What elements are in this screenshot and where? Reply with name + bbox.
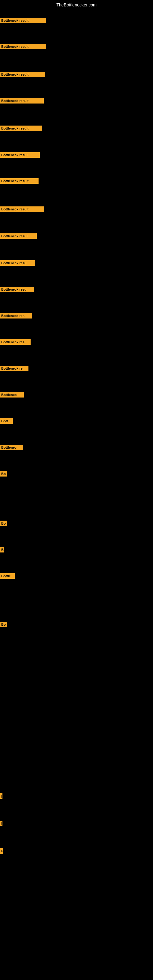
bottleneck-result-badge: Bottleneck result — [0, 72, 45, 77]
bottleneck-result-badge: Bottleneck result — [0, 98, 44, 103]
bottleneck-result-badge: Bottleneck result — [0, 126, 42, 131]
bottleneck-result-badge: | — [0, 793, 2, 799]
bottleneck-result-badge: Bottleneck result — [0, 44, 46, 49]
bottleneck-result-badge: B — [0, 547, 4, 552]
bottleneck-result-badge: Bottleneck resu — [0, 260, 35, 266]
bottleneck-result-badge: Bottleneck res — [0, 339, 30, 345]
bottleneck-result-badge: Bottlenec — [0, 392, 24, 398]
site-title: TheBottlenecker.com — [0, 2, 153, 7]
bottleneck-result-badge: Bottleneck re — [0, 366, 29, 371]
bottleneck-result-badge: Bo — [0, 622, 7, 627]
bottleneck-result-badge: Bottleneck resu — [0, 286, 33, 292]
bottleneck-result-badge: | — [0, 821, 2, 826]
bottleneck-result-badge: Bo — [0, 471, 7, 477]
bottleneck-result-badge: Bottleneck result — [0, 178, 38, 184]
bottleneck-result-badge: Bottleneck resul — [0, 233, 37, 239]
bottleneck-result-badge: Bottleneck result — [0, 18, 46, 23]
bottleneck-result-badge: Bottle — [0, 573, 15, 579]
bottleneck-result-badge: Bottleneck result — [0, 207, 44, 212]
bottleneck-result-badge: Bottleneck res — [0, 313, 32, 318]
bottleneck-result-badge: Bo — [0, 520, 7, 526]
bottleneck-result-badge: E — [0, 848, 3, 854]
bottleneck-result-badge: Bottleneck resul — [0, 152, 40, 158]
bottleneck-result-badge: Bott — [0, 418, 13, 424]
bottleneck-result-badge: Bottlenec — [0, 445, 23, 450]
